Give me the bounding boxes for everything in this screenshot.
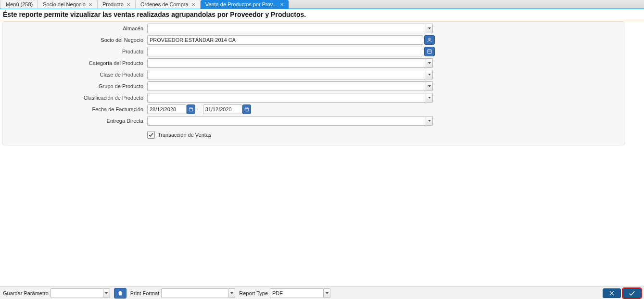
- entrega-input[interactable]: [147, 116, 426, 126]
- chevron-down-icon: [326, 292, 328, 294]
- grupo-input[interactable]: [147, 81, 426, 91]
- calendar-icon: [189, 107, 193, 112]
- chevron-down-icon: [428, 85, 431, 87]
- checkmark-icon: [148, 132, 154, 138]
- form-panel: Almacén Socio del Negocio Producto: [2, 21, 625, 145]
- svg-rect-3: [245, 108, 249, 111]
- form-area: Almacén Socio del Negocio Producto: [0, 20, 644, 286]
- chevron-down-icon: [428, 27, 431, 29]
- checkmark-icon: [628, 289, 636, 297]
- label-report-type: Report Type: [239, 290, 268, 296]
- clase-input[interactable]: [147, 70, 426, 79]
- guardar-parametro-dropdown-button[interactable]: [103, 288, 110, 298]
- tab-producto[interactable]: Producto ✕: [98, 0, 136, 9]
- label-categoria: Categoría del Producto: [4, 60, 147, 66]
- report-description-band: Éste reporte permite vizualizar las vent…: [0, 9, 644, 20]
- row-clase: Clase de Producto: [4, 69, 623, 80]
- tab-socio-del-negocio[interactable]: Socio del Negocio ✕: [38, 0, 98, 9]
- combo-guardar-parametro[interactable]: [51, 288, 110, 298]
- label-print-format: Print Format: [130, 290, 160, 296]
- socio-input[interactable]: [147, 35, 423, 45]
- chevron-down-icon: [428, 62, 431, 64]
- tab-label: Menú (258): [6, 1, 33, 7]
- almacen-input[interactable]: [147, 24, 426, 33]
- clase-dropdown-button[interactable]: [426, 70, 433, 79]
- tab-label: Ordenes de Compra: [140, 1, 189, 7]
- row-grupo: Grupo de Producto: [4, 80, 623, 92]
- tab-label: Venta de Productos por Prov...: [205, 1, 277, 7]
- transaccion-ventas-checkbox[interactable]: [147, 131, 155, 139]
- label-almacen: Almacén: [4, 26, 147, 31]
- almacen-dropdown-button[interactable]: [426, 24, 433, 33]
- socio-lookup-button[interactable]: [424, 35, 435, 45]
- trash-icon: [117, 290, 123, 297]
- calendar-icon: [244, 107, 249, 112]
- date-range-separator: -: [198, 106, 200, 112]
- combo-print-format[interactable]: [161, 288, 235, 298]
- guardar-parametro-input[interactable]: [51, 288, 103, 298]
- chevron-down-icon: [230, 292, 233, 294]
- fecha-to-calendar-button[interactable]: [242, 104, 251, 114]
- combo-categoria[interactable]: [147, 58, 433, 68]
- tab-ordenes-de-compra[interactable]: Ordenes de Compra ✕: [136, 0, 201, 9]
- label-guardar-parametro: Guardar Parámetro: [3, 290, 49, 296]
- producto-input[interactable]: [147, 47, 423, 56]
- row-categoria: Categoría del Producto: [4, 57, 623, 69]
- close-icon[interactable]: ✕: [126, 2, 130, 7]
- label-clase: Clase de Producto: [4, 72, 147, 78]
- close-icon[interactable]: ✕: [280, 2, 284, 7]
- close-icon[interactable]: ✕: [88, 2, 92, 7]
- categoria-input[interactable]: [147, 58, 426, 68]
- close-icon[interactable]: ✕: [191, 2, 195, 7]
- tab-menu[interactable]: Menú (258): [1, 0, 38, 9]
- chevron-down-icon: [428, 97, 431, 99]
- label-grupo: Grupo de Producto: [4, 83, 147, 89]
- combo-grupo[interactable]: [147, 81, 433, 91]
- fecha-from-calendar-button[interactable]: [187, 104, 195, 114]
- label-producto: Producto: [4, 49, 147, 54]
- label-fecha: Fecha de Facturación: [4, 106, 147, 112]
- row-entrega-directa: Entrega Directa: [4, 115, 623, 127]
- product-lookup-icon: [427, 49, 432, 54]
- fecha-from-input[interactable]: [147, 104, 187, 114]
- clasificacion-input[interactable]: [147, 93, 426, 103]
- row-almacen: Almacén: [4, 23, 623, 34]
- combo-almacen[interactable]: [147, 24, 433, 33]
- label-entrega: Entrega Directa: [4, 118, 147, 124]
- transaccion-ventas-label: Transacción de Ventas: [158, 132, 212, 138]
- fecha-to-input[interactable]: [203, 104, 242, 114]
- combo-producto[interactable]: [147, 47, 435, 56]
- label-clasificacion: Clasificación de Producto: [4, 95, 147, 101]
- tab-venta-productos-proveedor[interactable]: Venta de Productos por Prov... ✕: [201, 0, 289, 9]
- combo-report-type[interactable]: [270, 288, 330, 298]
- categoria-dropdown-button[interactable]: [426, 58, 433, 68]
- chevron-down-icon: [428, 74, 431, 76]
- row-transaccion-ventas: Transacción de Ventas: [4, 129, 623, 141]
- combo-clasificacion[interactable]: [147, 93, 433, 103]
- report-type-input[interactable]: [270, 288, 324, 298]
- delete-parametro-button[interactable]: [114, 288, 126, 299]
- label-socio: Socio del Negocio: [4, 37, 147, 43]
- row-socio: Socio del Negocio: [4, 34, 623, 46]
- print-format-dropdown-button[interactable]: [228, 288, 235, 298]
- svg-rect-1: [428, 50, 431, 53]
- combo-socio[interactable]: [147, 35, 435, 45]
- close-icon: [608, 290, 615, 297]
- svg-rect-2: [189, 108, 193, 111]
- report-description: Éste reporte permite vizualizar las vent…: [3, 11, 641, 18]
- row-clasificacion: Clasificación de Producto: [4, 92, 623, 104]
- print-format-input[interactable]: [161, 288, 228, 298]
- cancel-button[interactable]: [603, 288, 621, 298]
- combo-entrega[interactable]: [147, 116, 433, 126]
- report-type-dropdown-button[interactable]: [324, 288, 330, 298]
- tab-bar: Menú (258) Socio del Negocio ✕ Producto …: [0, 0, 644, 9]
- grupo-dropdown-button[interactable]: [426, 81, 433, 91]
- user-lookup-icon: [427, 37, 432, 43]
- clasificacion-dropdown-button[interactable]: [426, 93, 433, 103]
- producto-lookup-button[interactable]: [424, 47, 435, 56]
- row-producto: Producto: [4, 46, 623, 57]
- footer-bar: Guardar Parámetro Print Format Report Ty…: [0, 286, 644, 299]
- ok-button[interactable]: [623, 288, 641, 298]
- combo-clase[interactable]: [147, 70, 433, 79]
- entrega-dropdown-button[interactable]: [426, 116, 433, 126]
